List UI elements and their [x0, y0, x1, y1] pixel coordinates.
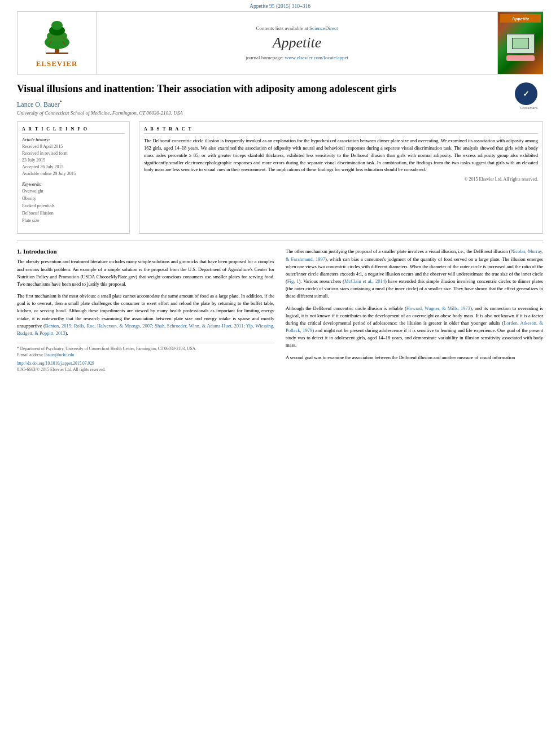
- ref-link-2[interactable]: Nicolas, Murray, & Farahmand, 1997: [286, 248, 543, 261]
- svg-point-5: [51, 21, 63, 30]
- intro-para2: The first mechanism is the most obvious:…: [17, 292, 274, 337]
- ref-link-fig1[interactable]: Fig. 1: [287, 278, 299, 284]
- copyright-text: © 2015 Elsevier Ltd. All rights reserved…: [144, 177, 538, 182]
- body-right-column: The other mechanism justifying the propo…: [286, 248, 543, 372]
- author-name: Lance O. Bauer*: [17, 100, 543, 109]
- history-label: Article history:: [22, 137, 125, 142]
- ref-link-5[interactable]: Lorden, Atkeson, & Pollack, 1979: [286, 320, 543, 333]
- article-info-header: A R T I C L E I N F O: [22, 126, 125, 134]
- intro-section-title: 1. Introduction: [17, 248, 274, 255]
- crossmark-badge[interactable]: ✓ CrossMark: [515, 82, 543, 111]
- keyword-item: Plate size: [22, 217, 125, 225]
- author-sup: *: [60, 100, 62, 105]
- ref-link-3[interactable]: McClain et al., 2014: [344, 278, 385, 284]
- crossmark-label: CrossMark: [515, 106, 543, 110]
- affiliation: University of Connecticut School of Medi…: [17, 110, 543, 116]
- article-title: Visual illusions and inattention: Their …: [17, 82, 504, 95]
- abstract-text: The Delboeuf concentric circle illusion …: [144, 137, 538, 173]
- article-title-area: Visual illusions and inattention: Their …: [17, 82, 543, 95]
- journal-info-center: Contents lists available at ScienceDirec…: [97, 12, 497, 74]
- elsevier-logo: ELSEVIER: [34, 18, 80, 68]
- received-date: Received 8 April 2015: [22, 143, 125, 150]
- homepage-line: journal homepage: www.elsevier.com/locat…: [246, 55, 348, 60]
- keyword-item: Delboeuf illusion: [22, 210, 125, 217]
- svg-text:✓: ✓: [523, 90, 530, 98]
- issn-text: 0195-6663/© 2015 Elsevier Ltd. All right…: [17, 367, 274, 372]
- citation-bar: Appetite 95 (2015) 310–316: [0, 0, 560, 11]
- intro-para1: The obesity prevention and treatment lit…: [17, 258, 274, 288]
- right-para3: A second goal was to examine the associa…: [286, 354, 543, 361]
- article-info-box: A R T I C L E I N F O Article history: R…: [17, 121, 130, 234]
- accepted-date: Accepted 26 July 2015: [22, 164, 125, 171]
- elsevier-logo-area: ELSEVIER: [18, 12, 97, 74]
- received-revised-label: Received in revised form: [22, 150, 125, 157]
- journal-header: ELSEVIER Contents lists available at Sci…: [17, 11, 543, 75]
- ref-link-4[interactable]: Howard, Wagner, & Mills, 1973: [406, 305, 470, 311]
- body-left-column: 1. Introduction The obesity prevention a…: [17, 248, 274, 372]
- keyword-item: Overweight: [22, 188, 125, 195]
- contents-line: Contents lists available at ScienceDirec…: [256, 25, 338, 31]
- email-link[interactable]: lbauer@uchc.edu: [45, 352, 75, 357]
- cover-appetite-label: Appetite: [512, 16, 530, 21]
- footnote-email: E-mail address: lbauer@uchc.edu: [17, 352, 274, 358]
- footnote-star: * Department of Psychiatry, University o…: [17, 346, 274, 352]
- footnote-area: * Department of Psychiatry, University o…: [17, 343, 274, 372]
- elsevier-brand-text: ELSEVIER: [36, 59, 78, 68]
- keywords-section: Keywords: OverweightObesityEvoked potent…: [22, 182, 125, 224]
- keywords-label: Keywords:: [22, 182, 125, 187]
- crossmark-circle: ✓: [515, 82, 537, 105]
- available-date: Available online 29 July 2015: [22, 171, 125, 177]
- section-divider: [17, 241, 543, 241]
- keywords-list: OverweightObesityEvoked potentialsDelboe…: [22, 188, 125, 224]
- keyword-item: Obesity: [22, 195, 125, 203]
- elsevier-tree-icon: [34, 18, 80, 57]
- citation-text: Appetite 95 (2015) 310–316: [250, 3, 310, 9]
- journal-cover-thumbnail: Appetite: [497, 12, 542, 74]
- abstract-header: A B S T R A C T: [144, 126, 538, 134]
- right-para2: Although the DelBoeuf concentric circle …: [286, 305, 543, 350]
- sciencedirect-link[interactable]: ScienceDirect: [309, 25, 338, 31]
- keyword-item: Evoked potentials: [22, 203, 125, 210]
- ref-link-1[interactable]: Benton, 2015; Rolls, Roe, Halverson, & M…: [17, 323, 274, 336]
- homepage-link[interactable]: www.elsevier.com/locate/appet: [285, 55, 348, 60]
- abstract-box: A B S T R A C T The Delboeuf concentric …: [139, 121, 543, 234]
- revised-date: 23 July 2015: [22, 157, 125, 164]
- info-abstract-section: A R T I C L E I N F O Article history: R…: [17, 121, 543, 234]
- svg-rect-1: [46, 53, 68, 54]
- doi-link[interactable]: http://dx.doi.org/10.1016/j.appet.2015.0…: [17, 361, 274, 366]
- cover-image: Appetite: [498, 12, 543, 74]
- body-section: 1. Introduction The obesity prevention a…: [17, 248, 543, 372]
- article-history: Article history: Received 8 April 2015 R…: [22, 137, 125, 177]
- journal-title: Appetite: [273, 34, 322, 51]
- right-para1: The other mechanism justifying the propo…: [286, 248, 543, 300]
- main-content: Visual illusions and inattention: Their …: [17, 75, 543, 372]
